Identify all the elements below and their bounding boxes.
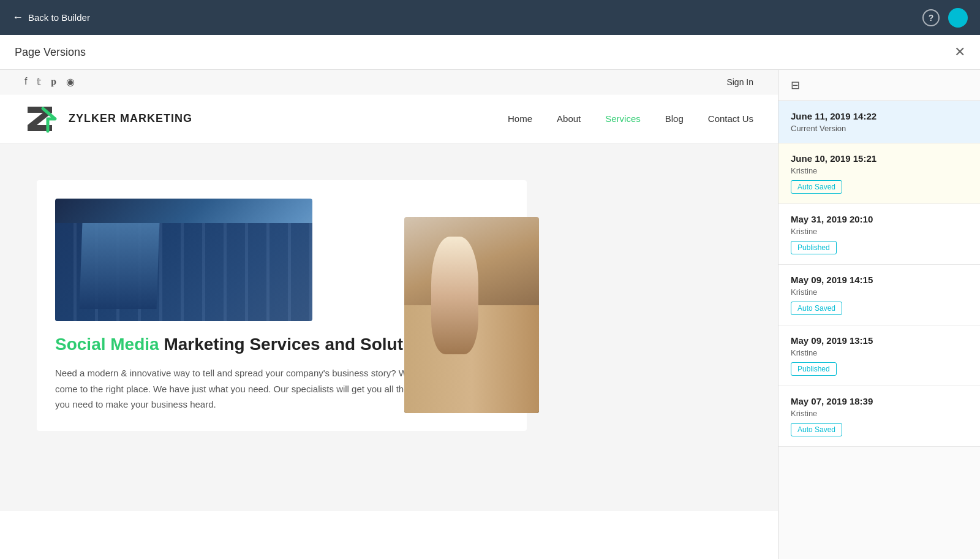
versions-title: Page Versions	[15, 46, 86, 59]
version-badge-4: Published	[791, 362, 837, 376]
top-bar: ← Back to Builder ?	[0, 0, 980, 35]
brand-name: ZYLKER MARKETING	[69, 112, 192, 125]
version-badge-3: Auto Saved	[791, 302, 842, 315]
version-label-0: Current Version	[791, 124, 968, 133]
nav-link-about[interactable]: About	[557, 113, 581, 124]
nav-links: Home About Services Blog Contact Us	[508, 113, 753, 124]
version-date-4: May 09, 2019 13:15	[791, 335, 968, 346]
versions-sidebar: ⊟ June 11, 2019 14:22Current VersionJune…	[778, 70, 980, 559]
headline-green: Social Media	[55, 335, 159, 354]
version-item-2[interactable]: May 31, 2019 20:10KristinePublished	[778, 204, 980, 265]
version-badge-5: Auto Saved	[791, 423, 842, 436]
main-content: f 𝕥 𝐩 ◉ Sign In ZYLKER MARKETING Ho	[0, 70, 980, 559]
back-button-label: Back to Builder	[28, 12, 90, 23]
nav-link-contact[interactable]: Contact Us	[708, 113, 753, 124]
version-author-5: Kristine	[791, 409, 968, 418]
version-date-1: June 10, 2019 15:21	[791, 153, 968, 164]
version-item-4[interactable]: May 09, 2019 13:15KristinePublished	[778, 325, 980, 386]
website-preview: f 𝕥 𝐩 ◉ Sign In ZYLKER MARKETING Ho	[0, 70, 778, 559]
back-to-builder-button[interactable]: ← Back to Builder	[12, 11, 90, 24]
version-date-5: May 07, 2019 18:39	[791, 396, 968, 406]
sign-in-link[interactable]: Sign In	[726, 77, 753, 87]
preview-content: Social Media Marketing Services and Solu…	[0, 143, 778, 511]
version-author-2: Kristine	[791, 227, 968, 236]
user-avatar[interactable]	[948, 8, 968, 28]
version-author-4: Kristine	[791, 348, 968, 357]
versions-list: June 11, 2019 14:22Current VersionJune 1…	[778, 101, 980, 447]
back-arrow-icon: ←	[12, 11, 23, 24]
help-icon[interactable]: ?	[922, 9, 940, 26]
close-icon[interactable]: ✕	[954, 44, 965, 60]
nav-link-home[interactable]: Home	[508, 113, 532, 124]
nav-link-services[interactable]: Services	[605, 113, 641, 124]
version-date-3: May 09, 2019 14:15	[791, 275, 968, 285]
version-date-0: June 11, 2019 14:22	[791, 111, 968, 121]
version-badge-1: Auto Saved	[791, 180, 842, 194]
content-body: Need a modern & innovative way to tell a…	[55, 365, 459, 413]
pinterest-icon[interactable]: 𝐩	[51, 76, 56, 88]
meeting-photo	[404, 217, 539, 413]
version-date-2: May 31, 2019 20:10	[791, 214, 968, 224]
preview-topbar: f 𝕥 𝐩 ◉ Sign In	[0, 70, 778, 94]
version-badge-2: Published	[791, 241, 837, 254]
version-author-1: Kristine	[791, 166, 968, 175]
facebook-icon[interactable]: f	[24, 76, 27, 88]
top-bar-actions: ?	[922, 8, 968, 28]
nav-link-blog[interactable]: Blog	[665, 113, 684, 124]
versions-header: Page Versions ✕	[0, 35, 980, 70]
version-author-3: Kristine	[791, 287, 968, 297]
content-card: Social Media Marketing Services and Solu…	[37, 180, 527, 431]
buildings-image	[55, 199, 312, 321]
twitter-icon[interactable]: 𝕥	[37, 76, 41, 88]
version-item-3[interactable]: May 09, 2019 14:15KristineAuto Saved	[778, 265, 980, 325]
social-icons: f 𝕥 𝐩 ◉	[24, 76, 75, 88]
headline-rest: Marketing Services and Solutions	[159, 335, 439, 354]
brand-logo-icon	[24, 104, 61, 134]
brand-logo: ZYLKER MARKETING	[24, 104, 192, 134]
version-item-1[interactable]: June 10, 2019 15:21KristineAuto Saved	[778, 143, 980, 204]
version-item-0[interactable]: June 11, 2019 14:22Current Version	[778, 101, 980, 143]
version-item-5[interactable]: May 07, 2019 18:39KristineAuto Saved	[778, 386, 980, 447]
filter-icon[interactable]: ⊟	[791, 78, 800, 92]
preview-nav: ZYLKER MARKETING Home About Services Blo…	[0, 94, 778, 143]
instagram-icon[interactable]: ◉	[66, 76, 75, 88]
sidebar-filter: ⊟	[778, 70, 980, 101]
